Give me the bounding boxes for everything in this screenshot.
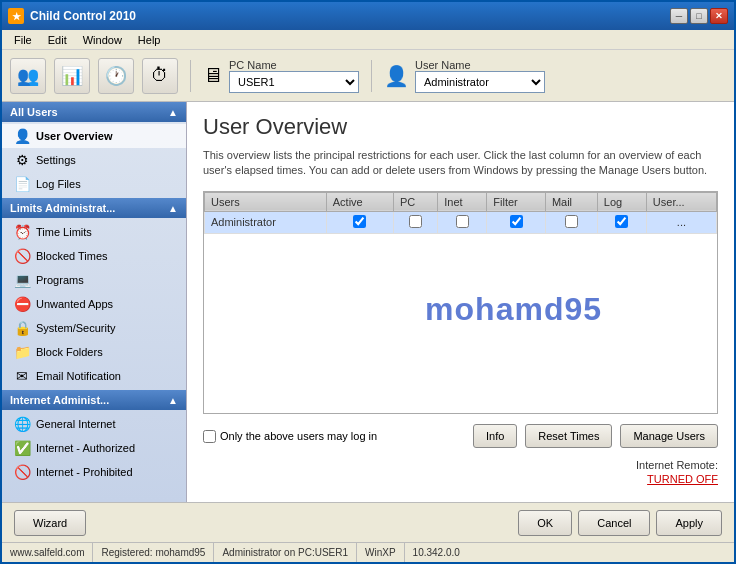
checkbox-inet[interactable] [456, 215, 469, 228]
status-admin: Administrator on PC:USER1 [214, 543, 357, 562]
sidebar-section1-items: 👤 User Overview ⚙ Settings 📄 Log Files [2, 122, 186, 198]
row-inet[interactable] [438, 211, 487, 233]
cancel-button[interactable]: Cancel [578, 510, 650, 536]
checkbox-active[interactable] [353, 215, 366, 228]
only-users-checkbox[interactable] [203, 430, 216, 443]
pc-name-label: PC Name [229, 59, 359, 71]
sidebar-item-unwanted-apps[interactable]: ⛔ Unwanted Apps [2, 292, 186, 316]
system-security-icon: 🔒 [14, 320, 30, 336]
title-bar: ★ Child Control 2010 ─ □ ✕ [2, 2, 734, 30]
sidebar-item-user-overview[interactable]: 👤 User Overview [2, 124, 186, 148]
sidebar-section-internet[interactable]: Internet Administ... ▲ [2, 390, 186, 410]
reset-times-button[interactable]: Reset Times [525, 424, 612, 448]
users-table: Users Active PC Inet Filter Mail Log Use… [204, 192, 717, 234]
row-active[interactable] [326, 211, 393, 233]
sidebar-item-programs[interactable]: 💻 Programs [2, 268, 186, 292]
user-icon: 👤 [384, 64, 409, 88]
sidebar-item-settings[interactable]: ⚙ Settings [2, 148, 186, 172]
row-pc[interactable] [393, 211, 437, 233]
manage-users-button[interactable]: Manage Users [620, 424, 718, 448]
checkbox-log[interactable] [615, 215, 628, 228]
toolbar-btn-3[interactable]: 🕐 [98, 58, 134, 94]
user-name-select[interactable]: Administrator [415, 71, 545, 93]
sidebar-item-user-overview-label: User Overview [36, 130, 112, 142]
sidebar-section-all-users[interactable]: All Users ▲ [2, 102, 186, 122]
toolbar: 👥 📊 🕐 ⏱ 🖥 PC Name USER1 👤 User Name Admi… [2, 50, 734, 102]
table-controls: Only the above users may log in Info Res… [203, 424, 718, 448]
menu-help[interactable]: Help [130, 32, 169, 48]
checkbox-pc[interactable] [409, 215, 422, 228]
row-dots[interactable]: ... [646, 211, 716, 233]
window-controls: ─ □ ✕ [670, 8, 728, 24]
col-user: User... [646, 192, 716, 211]
log-files-icon: 📄 [14, 176, 30, 192]
sidebar-item-system-security[interactable]: 🔒 System/Security [2, 316, 186, 340]
menu-window[interactable]: Window [75, 32, 130, 48]
pc-name-container: PC Name USER1 [229, 59, 359, 93]
toolbar-btn-2[interactable]: 📊 [54, 58, 90, 94]
menu-file[interactable]: File [6, 32, 40, 48]
sidebar-item-settings-label: Settings [36, 154, 76, 166]
sidebar-section1-label: All Users [10, 106, 58, 118]
table-row[interactable]: Administrator ... [205, 211, 717, 233]
maximize-button[interactable]: □ [690, 8, 708, 24]
info-button[interactable]: Info [473, 424, 517, 448]
settings-icon: ⚙ [14, 152, 30, 168]
main-layout: All Users ▲ 👤 User Overview ⚙ Settings 📄… [2, 102, 734, 502]
row-log[interactable] [597, 211, 646, 233]
apply-button[interactable]: Apply [656, 510, 722, 536]
blocked-times-icon: 🚫 [14, 248, 30, 264]
row-filter[interactable] [487, 211, 546, 233]
unwanted-apps-icon: ⛔ [14, 296, 30, 312]
sidebar-item-time-limits[interactable]: ⏰ Time Limits [2, 220, 186, 244]
menu-edit[interactable]: Edit [40, 32, 75, 48]
programs-icon: 💻 [14, 272, 30, 288]
pc-name-select[interactable]: USER1 [229, 71, 359, 93]
sidebar-item-internet-authorized[interactable]: ✅ Internet - Authorized [2, 436, 186, 460]
only-users-label[interactable]: Only the above users may log in [203, 430, 377, 443]
sidebar-section3-arrow: ▲ [168, 395, 178, 406]
col-mail: Mail [545, 192, 597, 211]
close-button[interactable]: ✕ [710, 8, 728, 24]
pc-icon: 🖥 [203, 64, 223, 87]
toolbar-btn-4[interactable]: ⏱ [142, 58, 178, 94]
sidebar-item-log-files[interactable]: 📄 Log Files [2, 172, 186, 196]
window-title: Child Control 2010 [30, 9, 670, 23]
sidebar-section2-label: Limits Administrat... [10, 202, 115, 214]
wizard-button[interactable]: Wizard [14, 510, 86, 536]
checkbox-mail[interactable] [565, 215, 578, 228]
sidebar-item-blocked-times[interactable]: 🚫 Blocked Times [2, 244, 186, 268]
status-bar: www.salfeld.com Registered: mohamd95 Adm… [2, 542, 734, 562]
status-website: www.salfeld.com [2, 543, 93, 562]
user-name-group: 👤 User Name Administrator [384, 59, 545, 93]
toolbar-btn-1[interactable]: 👥 [10, 58, 46, 94]
toolbar-separator-1 [190, 60, 191, 92]
sidebar-item-unwanted-apps-label: Unwanted Apps [36, 298, 113, 310]
sidebar-item-internet-prohibited[interactable]: 🚫 Internet - Prohibited [2, 460, 186, 484]
sidebar-item-log-files-label: Log Files [36, 178, 81, 190]
sidebar-section1-arrow: ▲ [168, 107, 178, 118]
main-window: ★ Child Control 2010 ─ □ ✕ File Edit Win… [0, 0, 736, 564]
time-limits-icon: ⏰ [14, 224, 30, 240]
row-mail[interactable] [545, 211, 597, 233]
sidebar-item-email-notification[interactable]: ✉ Email Notification [2, 364, 186, 388]
sidebar-item-block-folders[interactable]: 📁 Block Folders [2, 340, 186, 364]
checkbox-filter[interactable] [510, 215, 523, 228]
sidebar-section3-label: Internet Administ... [10, 394, 109, 406]
page-title: User Overview [203, 114, 718, 140]
sidebar-item-email-notification-label: Email Notification [36, 370, 121, 382]
sidebar-item-block-folders-label: Block Folders [36, 346, 103, 358]
internet-remote-status[interactable]: TURNED OFF [647, 473, 718, 485]
sidebar-item-general-internet-label: General Internet [36, 418, 116, 430]
sidebar-section2-items: ⏰ Time Limits 🚫 Blocked Times 💻 Programs… [2, 218, 186, 390]
col-pc: PC [393, 192, 437, 211]
user-name-container: User Name Administrator [415, 59, 545, 93]
sidebar-item-internet-prohibited-label: Internet - Prohibited [36, 466, 133, 478]
sidebar-item-time-limits-label: Time Limits [36, 226, 92, 238]
col-users: Users [205, 192, 327, 211]
row-user-name: Administrator [205, 211, 327, 233]
ok-button[interactable]: OK [518, 510, 572, 536]
minimize-button[interactable]: ─ [670, 8, 688, 24]
sidebar-section-limits[interactable]: Limits Administrat... ▲ [2, 198, 186, 218]
sidebar-item-general-internet[interactable]: 🌐 General Internet [2, 412, 186, 436]
